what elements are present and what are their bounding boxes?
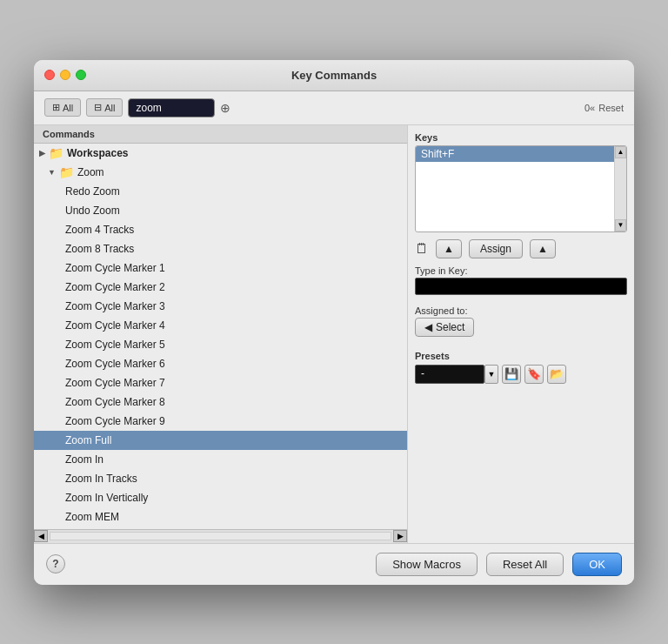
horizontal-scrollbar[interactable]: ◀ ▶ <box>34 529 407 543</box>
item-label: Zoom 4 Tracks <box>65 224 134 236</box>
minimize-button[interactable] <box>60 70 70 80</box>
tree-item-zoom-cycle-marker-2[interactable]: Zoom Cycle Marker 2 <box>34 278 407 297</box>
triangle-icon: ▶ <box>39 145 45 161</box>
select-button[interactable]: ◀ Select <box>415 318 474 337</box>
item-label: Zoom Cycle Marker 4 <box>65 319 165 332</box>
scroll-track[interactable] <box>50 532 391 540</box>
tree-item-zoom-cycle-marker-3[interactable]: Zoom Cycle Marker 3 <box>34 297 407 316</box>
expand-all-button-1[interactable]: ⊞ All <box>44 98 81 117</box>
reset-area: 0« Reset <box>584 103 624 113</box>
presets-section: Presets - ▼ 💾 🔖 📂 <box>415 351 627 384</box>
triangle-icon: ▼ <box>48 164 56 180</box>
item-label: Workspaces <box>67 145 128 161</box>
item-label: Undo Zoom <box>65 205 120 217</box>
main-content: Commands ▶📁Workspaces▼📁ZoomRedo ZoomUndo… <box>34 125 634 543</box>
item-label: Zoom MEM <box>65 511 119 523</box>
tree-item-zoom-cycle-marker-5[interactable]: Zoom Cycle Marker 5 <box>34 335 407 354</box>
maximize-button[interactable] <box>76 70 86 80</box>
keys-section: Keys Shift+F ▲ ▼ <box>415 132 627 232</box>
footer: ? Show Macros Reset All OK <box>34 543 634 585</box>
item-label: Zoom Full <box>65 434 111 446</box>
item-label: Zoom Cycle Marker 8 <box>65 396 165 408</box>
select-label: Select <box>436 321 464 333</box>
assign-row: 🗒 ▲ Assign ▲ <box>415 239 627 258</box>
assigned-to-label: Assigned to: <box>415 305 627 316</box>
tree-item-zoom-mem[interactable]: Zoom MEM <box>34 507 407 527</box>
item-label: Zoom 8 Tracks <box>65 243 134 255</box>
tree-item-zoom-8-tracks[interactable]: Zoom 8 Tracks <box>34 239 407 258</box>
preset-save-button[interactable]: 💾 <box>502 365 521 384</box>
tree-item-zoom-in[interactable]: Zoom In <box>34 450 407 469</box>
expand-icon-1: ⊞ <box>52 102 60 113</box>
all-label-1: All <box>63 103 73 113</box>
item-label: Zoom Cycle Marker 7 <box>65 377 165 389</box>
preset-info-button[interactable]: 🔖 <box>524 365 544 384</box>
item-label: Zoom Cycle Marker 9 <box>65 415 165 427</box>
keys-box: Shift+F ▲ ▼ <box>415 145 627 232</box>
search-input[interactable] <box>128 98 215 117</box>
reset-all-button[interactable]: Reset All <box>486 553 564 576</box>
titlebar: Key Commands <box>34 60 634 91</box>
keys-scroll-down[interactable]: ▼ <box>615 219 626 231</box>
tree-item-zoom-full[interactable]: Zoom Full <box>34 431 407 450</box>
tree-item-zoom-cycle-marker-6[interactable]: Zoom Cycle Marker 6 <box>34 354 407 373</box>
scroll-left-button[interactable]: ◀ <box>34 530 48 542</box>
item-label: Zoom In Vertically <box>65 492 148 504</box>
presets-row: - ▼ 💾 🔖 📂 <box>415 365 627 384</box>
keys-label: Keys <box>415 132 627 143</box>
item-label: Zoom Cycle Marker 2 <box>65 281 165 293</box>
assigned-to-section: Assigned to: ◀ Select <box>415 302 627 337</box>
tree-list[interactable]: ▶📁Workspaces▼📁ZoomRedo ZoomUndo ZoomZoom… <box>34 144 407 529</box>
item-label: Zoom Cycle Marker 5 <box>65 339 165 351</box>
assign-up-arrow[interactable]: ▲ <box>436 239 462 258</box>
keys-scroll-thumb <box>615 158 626 219</box>
tree-item-workspaces[interactable]: ▶📁Workspaces <box>34 144 407 163</box>
right-panel: Keys Shift+F ▲ ▼ 🗒 ▲ Assign ▲ <box>408 125 634 543</box>
type-in-key-section: Type in Key: <box>415 265 627 295</box>
assign-button[interactable]: Assign <box>469 239 523 258</box>
item-label: Zoom In <box>65 453 104 466</box>
tree-item-zoom-cycle-marker-8[interactable]: Zoom Cycle Marker 8 <box>34 392 407 412</box>
reset-link[interactable]: Reset <box>598 103 624 113</box>
presets-label: Presets <box>415 351 627 361</box>
search-button[interactable]: ⊕ <box>220 101 230 115</box>
keys-scroll-up[interactable]: ▲ <box>615 146 626 158</box>
select-row: ◀ Select <box>415 318 627 337</box>
folder-icon: 📁 <box>59 164 74 180</box>
tree-item-zoom-cycle-marker-9[interactable]: Zoom Cycle Marker 9 <box>34 412 407 431</box>
type-in-key-label: Type in Key: <box>415 265 627 276</box>
preset-select[interactable]: - <box>415 365 484 384</box>
keys-item: Shift+F <box>416 146 626 162</box>
item-label: Zoom Cycle Marker 1 <box>65 262 165 274</box>
tree-item-zoom-4-tracks[interactable]: Zoom 4 Tracks <box>34 220 407 239</box>
tree-item-zoom[interactable]: ▼📁Zoom <box>34 163 407 182</box>
assign-down-arrow[interactable]: ▲ <box>530 239 556 258</box>
traffic-lights <box>44 70 86 80</box>
preset-folder-button[interactable]: 📂 <box>547 365 566 384</box>
help-button[interactable]: ? <box>46 554 65 574</box>
item-label: Redo Zoom <box>65 185 120 198</box>
main-window: Key Commands ⊞ All ⊟ All ⊕ 0« Reset Comm… <box>34 60 634 585</box>
expand-icon-2: ⊟ <box>94 102 102 113</box>
info-button[interactable]: 🗒 <box>415 241 429 257</box>
item-label: Zoom Cycle Marker 3 <box>65 300 165 312</box>
tree-item-redo-zoom[interactable]: Redo Zoom <box>34 182 407 201</box>
keys-scrollbar[interactable]: ▲ ▼ <box>614 146 626 231</box>
tree-item-undo-zoom[interactable]: Undo Zoom <box>34 201 407 220</box>
tree-item-zoom-in-vertically[interactable]: Zoom In Vertically <box>34 488 407 507</box>
folder-icon: 📁 <box>49 145 63 161</box>
tree-item-zoom-in-tracks[interactable]: Zoom In Tracks <box>34 469 407 488</box>
tree-item-zoom-cycle-marker-4[interactable]: Zoom Cycle Marker 4 <box>34 316 407 335</box>
show-macros-button[interactable]: Show Macros <box>376 553 478 576</box>
ok-button[interactable]: OK <box>572 553 622 576</box>
type-in-key-input[interactable] <box>415 278 627 295</box>
preset-dropdown[interactable]: ▼ <box>484 365 498 384</box>
close-button[interactable] <box>44 70 55 80</box>
footer-buttons: Show Macros Reset All OK <box>376 553 622 576</box>
expand-all-button-2[interactable]: ⊟ All <box>86 98 123 117</box>
scroll-right-button[interactable]: ▶ <box>393 530 407 542</box>
tree-item-zoom-cycle-marker-7[interactable]: Zoom Cycle Marker 7 <box>34 373 407 392</box>
select-back-arrow: ◀ <box>424 321 432 333</box>
item-label: Zoom <box>77 164 104 180</box>
tree-item-zoom-cycle-marker-1[interactable]: Zoom Cycle Marker 1 <box>34 258 407 278</box>
